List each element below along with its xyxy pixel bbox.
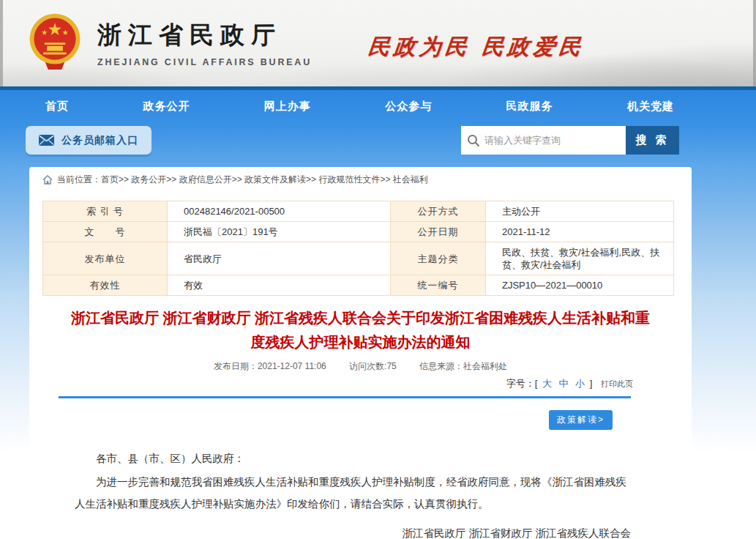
national-emblem-icon (24, 10, 86, 76)
nav-item-home[interactable]: 首页 (45, 100, 69, 114)
search-box (461, 126, 626, 155)
policy-row: 政策解读> (29, 410, 692, 430)
fontsize-bracket-close: ] (590, 378, 593, 389)
signature-agencies: 浙江省民政厅 浙江省财政厅 浙江省残疾人联合会 (29, 527, 692, 539)
info-label-publisher: 发布单位 (43, 242, 168, 275)
fontsize-label: 字号：[ (506, 378, 538, 389)
visit-count: 访问次数:75 (349, 361, 397, 371)
search-group: 搜 索 (461, 126, 679, 155)
document-info-table: 索 引 号 002482146/2021-00500 公开方式 主动公开 文 号… (42, 201, 674, 296)
nav-item-party[interactable]: 机关党建 (627, 100, 674, 114)
title-divider (59, 396, 631, 398)
fontsize-toolbar: 字号：[ 大 中 小 ] 打印此页 (29, 377, 692, 390)
home-icon (42, 175, 53, 185)
article-body: 各市、县（市、区）人民政府： 为进一步完善和规范我省困难残疾人生活补贴和重度残疾… (75, 447, 629, 515)
info-label-open-date: 公开日期 (391, 222, 486, 242)
mailbox-entry-button[interactable]: 公务员邮箱入口 (26, 126, 151, 155)
header-left-edge (0, 0, 3, 86)
nav-item-public[interactable]: 公众参与 (385, 100, 432, 114)
document-meta: 发布日期：2021-12-07 11:06 访问次数:75 信息来源：社会福利处 (29, 360, 692, 373)
info-value-validity: 有效 (168, 275, 391, 296)
nav-item-gov-info[interactable]: 政务公开 (143, 100, 190, 114)
article-paragraph: 为进一步完善和规范我省困难残疾人生活补贴和重度残疾人护理补贴制度，经省政府同意，… (75, 471, 629, 515)
breadcrumb: 当前位置：首页>> 政务公开>> 政府信息公开>> 政策文件及解读>> 行政规范… (29, 167, 692, 192)
fontsize-small-link[interactable]: 小 (575, 378, 585, 389)
main-navigation: 首页 政务公开 网上办事 公众参与 民政服务 机关党建 (0, 86, 756, 122)
table-row: 文 号 浙民福〔2021〕191号 公开日期 2021-11-12 (43, 222, 674, 242)
site-name-english: ZHEJIANG CIVIL AFFAIRS BUREAU (97, 57, 312, 67)
toolbar: 公务员邮箱入口 搜 索 (0, 122, 756, 167)
table-row: 发布单位 省民政厅 主题分类 民政、扶贫、救灾/社会福利,民政、扶贫、救灾/社会… (43, 242, 674, 275)
header-slogan: 民政为民 民政爱民 (367, 32, 586, 62)
article-paragraph: 各市、县（市、区）人民政府： (75, 447, 629, 469)
table-row: 索 引 号 002482146/2021-00500 公开方式 主动公开 (43, 201, 674, 222)
envelope-icon (39, 135, 54, 146)
publish-date: 发布日期：2021-12-07 11:06 (214, 361, 326, 371)
search-input[interactable] (484, 135, 620, 146)
info-label-index-no: 索 引 号 (43, 201, 168, 222)
fontsize-medium-link[interactable]: 中 (559, 378, 569, 389)
mailbox-entry-label: 公务员邮箱入口 (61, 134, 138, 147)
info-label-doc-no: 文 号 (43, 222, 168, 242)
info-value-open-mode: 主动公开 (486, 201, 674, 222)
breadcrumb-path[interactable]: 当前位置：首页>> 政务公开>> 政府信息公开>> 政策文件及解读>> 行政规范… (57, 174, 428, 186)
info-label-open-mode: 公开方式 (391, 201, 486, 222)
info-value-open-date: 2021-11-12 (486, 222, 674, 242)
print-page-link[interactable]: 打印此页 (601, 379, 633, 388)
site-title-block: 浙江省民政厅 ZHEJIANG CIVIL AFFAIRS BUREAU (97, 10, 312, 67)
search-icon (467, 134, 480, 147)
header-right-edge (753, 0, 756, 86)
info-source: 信息来源：社会福利处 (419, 361, 507, 371)
info-value-doc-no: 浙民福〔2021〕191号 (168, 222, 391, 242)
info-value-index-no: 002482146/2021-00500 (168, 201, 391, 222)
info-label-validity: 有效性 (43, 275, 168, 296)
site-header: 浙江省民政厅 ZHEJIANG CIVIL AFFAIRS BUREAU 民政为… (0, 0, 756, 86)
nav-item-online[interactable]: 网上办事 (264, 100, 311, 114)
site-name: 浙江省民政厅 (97, 19, 312, 52)
table-row: 有效性 有效 统一编号 ZJSP10—2021—00010 (43, 275, 674, 296)
fontsize-large-link[interactable]: 大 (542, 378, 552, 389)
info-label-category: 主题分类 (391, 242, 486, 275)
info-value-unified-no: ZJSP10—2021—00010 (486, 275, 674, 296)
site-logo-link[interactable]: 浙江省民政厅 ZHEJIANG CIVIL AFFAIRS BUREAU (24, 10, 312, 76)
document-title: 浙江省民政厅 浙江省财政厅 浙江省残疾人联合会关于印发浙江省困难残疾人生活补贴和… (70, 306, 651, 354)
content-panel: 当前位置：首页>> 政务公开>> 政府信息公开>> 政策文件及解读>> 行政规范… (29, 167, 692, 539)
policy-interpretation-button[interactable]: 政策解读> (549, 410, 613, 430)
info-label-unified-no: 统一编号 (391, 275, 486, 296)
info-value-category: 民政、扶贫、救灾/社会福利,民政、扶贫、救灾/社会福利 (486, 242, 674, 275)
search-button[interactable]: 搜 索 (626, 126, 679, 155)
nav-item-services[interactable]: 民政服务 (506, 100, 553, 114)
info-value-publisher: 省民政厅 (168, 242, 391, 275)
